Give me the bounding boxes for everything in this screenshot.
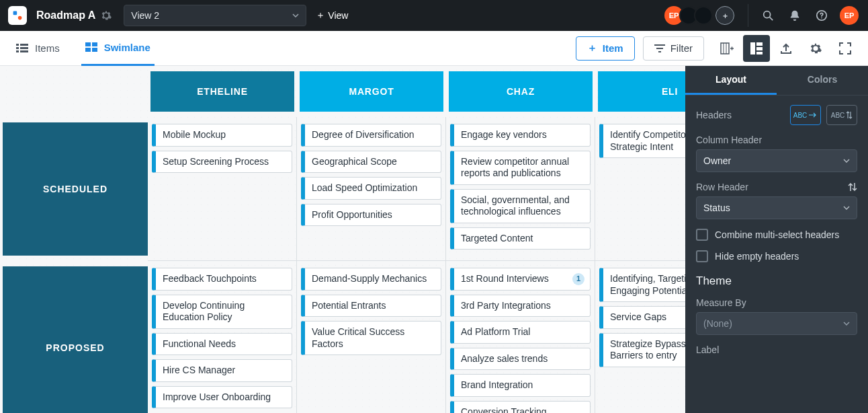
item-card[interactable]: Degree of Diversification xyxy=(301,124,441,147)
item-card[interactable]: Potential Entrants xyxy=(301,295,441,317)
item-card[interactable]: Review competitor annual reports and pub… xyxy=(450,151,591,185)
chevron-down-icon xyxy=(292,13,299,17)
row-header[interactable]: PROPOSED xyxy=(3,266,148,413)
item-card[interactable]: Conversion Tracking xyxy=(450,401,591,414)
item-card[interactable]: 1st Round Interviews1 xyxy=(450,268,591,291)
item-card[interactable]: Targeted Content xyxy=(450,227,591,250)
item-card[interactable]: Improve User Onboarding xyxy=(152,386,292,409)
hide-empty-label: Hide empty headers xyxy=(715,251,799,262)
item-card[interactable]: Engage key vendors xyxy=(450,124,591,147)
item-card[interactable]: Feedback Touchpoints xyxy=(152,268,292,291)
swimlane-cell[interactable]: Feedback TouchpointsDevelop Continuing E… xyxy=(148,261,297,413)
gear-icon[interactable] xyxy=(101,10,112,21)
item-card[interactable]: Mobile Mockup xyxy=(152,124,292,147)
item-card[interactable]: Brand Integration xyxy=(450,374,591,397)
item-card[interactable]: Profit Opportunities xyxy=(301,204,441,227)
app-logo[interactable] xyxy=(8,6,27,25)
settings-button[interactable] xyxy=(802,35,829,62)
item-card[interactable]: Identify Competitors Strategic Intent xyxy=(599,124,685,158)
item-card[interactable]: Identifying, Targeting & Engaging Potent… xyxy=(599,268,685,302)
item-card[interactable]: Strategize Bypassing Barriers to entry xyxy=(599,333,685,367)
item-card[interactable]: Hire CS Manager xyxy=(152,359,292,382)
item-card[interactable]: Geographical Scope xyxy=(301,151,441,174)
avatar[interactable] xyxy=(694,6,713,25)
item-card[interactable]: Demand-Supply Mechanics xyxy=(301,268,441,291)
swimlane-cell[interactable]: Demand-Supply MechanicsPotential Entrant… xyxy=(297,261,446,413)
combine-headers-option[interactable]: Combine multi-select headers xyxy=(696,229,857,241)
add-collaborator-button[interactable]: ＋ xyxy=(715,6,734,25)
item-card[interactable]: Ad Platform Trial xyxy=(450,321,591,344)
help-icon[interactable] xyxy=(816,9,828,22)
item-card[interactable]: Functional Needs xyxy=(152,333,292,356)
item-card[interactable]: Analyze sales trends xyxy=(450,348,591,371)
columns-add-icon xyxy=(720,42,734,54)
headers-label: Headers xyxy=(696,110,732,120)
view-selector[interactable]: View 2 xyxy=(124,5,306,26)
item-card[interactable]: Develop Continuing Education Policy xyxy=(152,295,292,329)
panel-tab-colors[interactable]: Colors xyxy=(777,66,868,95)
layout-panel-button[interactable] xyxy=(743,35,770,62)
sort-alpha-button[interactable]: ABC xyxy=(790,105,821,125)
checkbox[interactable] xyxy=(696,229,708,241)
add-item-button[interactable]: ＋ Item xyxy=(576,36,635,61)
fullscreen-button[interactable] xyxy=(832,35,859,62)
current-user-avatar[interactable]: EP xyxy=(840,6,859,25)
swimlane-cell[interactable]: Degree of DiversificationGeographical Sc… xyxy=(297,117,446,261)
swimlane-icon xyxy=(85,42,97,52)
plus-icon: ＋ xyxy=(587,42,597,54)
svg-point-1 xyxy=(18,16,22,20)
swimlane-cell[interactable]: Identifying, Targeting & Engaging Potent… xyxy=(595,261,685,413)
column-header[interactable]: CHAZ xyxy=(449,71,593,112)
swimlane-cell[interactable]: Engage key vendorsReview competitor annu… xyxy=(446,117,595,261)
app-top-bar: Roadmap A View 2 ＋ View EP ＋ EP xyxy=(0,0,868,31)
svg-rect-18 xyxy=(756,47,763,50)
search-icon[interactable] xyxy=(762,9,774,22)
hide-empty-option[interactable]: Hide empty headers xyxy=(696,250,857,262)
swimlane-canvas[interactable]: ETHELINEMARGOTCHAZELISCHEDULEDMobile Moc… xyxy=(0,66,685,413)
column-header[interactable]: ETHELINE xyxy=(150,71,294,112)
tab-items[interactable]: Items xyxy=(12,31,64,66)
swimlane-cell[interactable]: 1st Round Interviews13rd Party Integrati… xyxy=(446,261,595,413)
item-card[interactable]: 3rd Party Integrations xyxy=(450,295,591,317)
column-header-select[interactable]: Owner xyxy=(696,149,857,172)
row-header-select[interactable]: Status xyxy=(696,196,857,219)
column-header[interactable]: MARGOT xyxy=(300,71,443,112)
list-icon xyxy=(16,44,28,53)
column-header[interactable]: ELI xyxy=(598,71,685,112)
top-utility-icons xyxy=(762,9,828,22)
add-column-button[interactable] xyxy=(713,35,740,62)
presence-avatars: EP ＋ xyxy=(664,6,734,25)
panel-tab-layout[interactable]: Layout xyxy=(685,66,777,95)
filter-icon xyxy=(654,44,665,52)
tab-items-label: Items xyxy=(35,42,60,54)
upload-icon xyxy=(780,42,792,54)
svg-rect-13 xyxy=(85,48,91,52)
chevron-down-icon xyxy=(843,206,850,210)
filter-button[interactable]: Filter xyxy=(643,36,704,61)
row-header-label: Row Header xyxy=(696,182,748,192)
item-card[interactable]: Load Speed Optimization xyxy=(301,177,441,200)
swimlane-cell[interactable]: Identify Competitors Strategic Intent xyxy=(595,117,685,261)
item-card[interactable]: Service Gaps xyxy=(599,306,685,329)
measure-by-select[interactable]: (None) xyxy=(696,312,857,335)
row-header[interactable]: SCHEDULED xyxy=(3,122,148,256)
layout-icon xyxy=(750,42,763,54)
swap-axes-icon[interactable] xyxy=(848,182,857,192)
svg-rect-14 xyxy=(92,48,97,52)
sort-manual-button[interactable]: ABC xyxy=(826,105,857,125)
export-button[interactable] xyxy=(773,35,799,62)
tab-swimlane[interactable]: Swimlane xyxy=(81,31,155,66)
checkbox[interactable] xyxy=(696,250,708,262)
chevron-down-icon xyxy=(843,159,850,163)
roadmap-title: Roadmap A xyxy=(36,9,95,22)
bell-icon[interactable] xyxy=(789,9,801,22)
svg-rect-10 xyxy=(20,50,28,52)
item-card[interactable]: Value Critical Success Factors xyxy=(301,321,441,355)
item-card[interactable]: Social, governmental, and technological … xyxy=(450,189,591,223)
measure-by-value: (None) xyxy=(703,318,732,329)
swimlane-cell[interactable]: Mobile MockupSetup Screening Process xyxy=(148,117,297,261)
add-view-button[interactable]: ＋ View xyxy=(316,9,348,22)
svg-rect-7 xyxy=(16,50,19,52)
svg-rect-19 xyxy=(756,52,763,54)
item-card[interactable]: Setup Screening Process xyxy=(152,151,292,174)
